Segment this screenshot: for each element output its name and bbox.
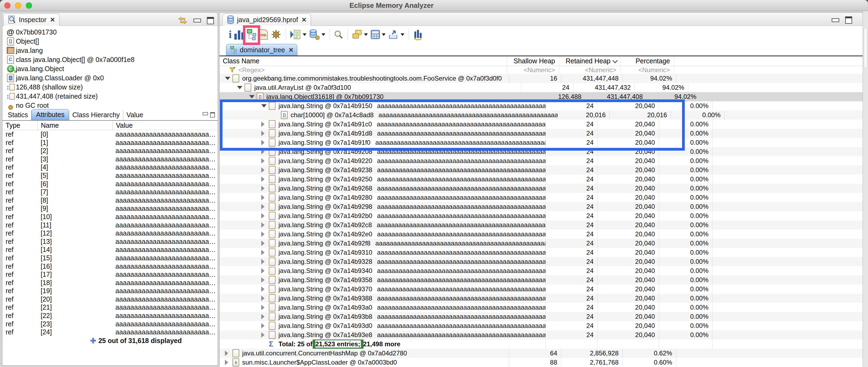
tree-expand-arrow-icon[interactable] xyxy=(261,222,269,228)
tree-expand-arrow-icon[interactable] xyxy=(261,158,269,164)
tree-row[interactable]: java.lang.String @ 0x7a14b9358 aaaaaaaaa… xyxy=(220,275,863,285)
inspector-list-item[interactable]: Cs java.lang.Object xyxy=(2,64,218,73)
tree-row[interactable]: java.lang.String @ 0x7a14b93b8 aaaaaaaaa… xyxy=(220,312,863,321)
minimize-editor-icon[interactable] xyxy=(832,18,839,22)
dropdown-caret-icon[interactable] xyxy=(321,33,325,36)
tree-row[interactable]: java.lang.String @ 0x7a14b9250 aaaaaaaaa… xyxy=(220,175,863,184)
tree-expand-arrow-icon[interactable] xyxy=(237,86,245,89)
tree-row[interactable]: java.lang.String @ 0x7a14b91d8 aaaaaaaaa… xyxy=(220,129,863,138)
column-header-shallow-heap[interactable]: Shallow Heap xyxy=(507,56,559,66)
tab-heap-dump[interactable]: java_pid29569.hprof × xyxy=(222,13,311,26)
tab-dominator-tree[interactable]: dominator_tree × xyxy=(226,44,297,56)
tree-expand-arrow-icon[interactable] xyxy=(261,176,269,182)
dropdown-caret-icon[interactable] xyxy=(401,33,404,36)
tree-row[interactable]: java.lang.String @ 0x7a14b9220 aaaaaaaaa… xyxy=(220,156,863,165)
tree-expand-arrow-icon[interactable] xyxy=(261,131,269,136)
tree-row[interactable]: java.lang.String @ 0x7a14b93e8 aaaaaaaaa… xyxy=(220,330,863,340)
attribute-row[interactable]: ref [17] aaaaaaaaaaaaaaaaaaaaaaaaaaaaaaa… xyxy=(2,270,218,279)
tree-expand-arrow-icon[interactable] xyxy=(261,140,269,145)
tree-expand-arrow-icon[interactable] xyxy=(261,167,269,173)
tree-row[interactable]: sun.misc.Launcher$AppClassLoader @ 0x7a0… xyxy=(220,358,863,367)
close-icon[interactable]: × xyxy=(50,16,55,24)
compare-heap-dump-button[interactable] xyxy=(413,27,423,41)
close-icon[interactable]: × xyxy=(302,16,307,24)
tree-row[interactable]: java.lang.String @ 0x7a14b9310 aaaaaaaaa… xyxy=(220,248,863,257)
tree-row[interactable]: java.lang.String @ 0x7a14b9340 aaaaaaaaa… xyxy=(220,266,863,275)
search-button[interactable] xyxy=(334,27,343,41)
tree-expand-arrow-icon[interactable] xyxy=(261,332,269,338)
inspector-list-item[interactable]: java.lang xyxy=(2,46,218,55)
attribute-row[interactable]: ref [2] aaaaaaaaaaaaaaaaaaaaaaaaaaaaaaaa… xyxy=(2,147,218,155)
tab-inspector[interactable]: Inspector × xyxy=(3,13,59,26)
maximize-view-icon[interactable] xyxy=(207,17,214,24)
attribute-row[interactable]: ref [15] aaaaaaaaaaaaaaaaaaaaaaaaaaaaaaa… xyxy=(2,254,218,262)
attribute-row[interactable]: ref [5] aaaaaaaaaaaaaaaaaaaaaaaaaaaaaaaa… xyxy=(2,171,218,180)
tree-expand-arrow-icon[interactable] xyxy=(261,149,269,154)
attribute-row[interactable]: ref [24] aaaaaaaaaaaaaaaaaaaaaaaaaaaaaaa… xyxy=(2,328,218,336)
tab-value[interactable]: Value xyxy=(123,110,146,120)
column-header-type[interactable]: Type xyxy=(2,121,37,130)
tree-expand-arrow-icon[interactable] xyxy=(261,204,269,209)
attribute-row[interactable]: ref [19] aaaaaaaaaaaaaaaaaaaaaaaaaaaaaaa… xyxy=(2,287,218,295)
tree-row[interactable]: java.util.ArrayList @ 0x7a0f3d100 24 431… xyxy=(220,83,863,92)
dropdown-caret-icon[interactable] xyxy=(382,33,385,36)
tree-row[interactable]: java.lang.String @ 0x7a14b91c0 aaaaaaaaa… xyxy=(220,120,863,129)
tree-expand-arrow-icon[interactable] xyxy=(261,314,269,319)
tree-row[interactable]: java.lang.String @ 0x7a14b9208 aaaaaaaaa… xyxy=(220,147,863,156)
tree-expand-arrow-icon[interactable] xyxy=(225,77,232,80)
zoom-window-button[interactable] xyxy=(26,2,32,9)
filter-retained-field[interactable]: <Numeric> xyxy=(559,66,620,74)
minimize-small-icon[interactable] xyxy=(203,112,208,115)
tree-expand-arrow-icon[interactable] xyxy=(261,323,269,329)
tree-row[interactable]: java.lang.String @ 0x7a14b92e0 aaaaaaaaa… xyxy=(220,230,863,239)
tab-class-hierarchy[interactable]: Class Hierarchy xyxy=(69,110,123,120)
attribute-row[interactable]: ref [14] aaaaaaaaaaaaaaaaaaaaaaaaaaaaaaa… xyxy=(2,246,218,254)
tree-row[interactable]: char[10000] @ 0x7a14c8ad8 aaaaaaaaaaaaaa… xyxy=(220,111,863,120)
column-header-percentage[interactable]: Percentage xyxy=(620,56,674,66)
maximize-editor-icon[interactable] xyxy=(845,17,852,24)
tree-expand-arrow-icon[interactable] xyxy=(261,213,269,219)
inspector-list-item[interactable]: ↕ 126,488 (shallow size) xyxy=(2,82,218,92)
tree-row[interactable]: java.lang.String @ 0x7a14b93d0 aaaaaaaaa… xyxy=(220,321,863,330)
inspector-list-item[interactable]: 0x7bb091730 xyxy=(2,27,218,37)
column-header-class-name[interactable]: Class Name xyxy=(220,56,507,66)
tree-expand-arrow-icon[interactable] xyxy=(261,277,269,283)
dropdown-caret-icon[interactable] xyxy=(364,33,368,36)
attribute-row[interactable]: ref [12] aaaaaaaaaaaaaaaaaaaaaaaaaaaaaaa… xyxy=(2,229,218,237)
tree-row[interactable]: java.lang.Object[31618] @ 0x7bb091730 12… xyxy=(220,92,863,101)
attribute-row[interactable]: ref [7] aaaaaaaaaaaaaaaaaaaaaaaaaaaaaaaa… xyxy=(2,188,218,196)
column-header-retained-heap[interactable]: Retained Heap xyxy=(559,56,620,66)
close-window-button[interactable] xyxy=(4,2,10,9)
attribute-row[interactable]: ref [3] aaaaaaaaaaaaaaaaaaaaaaaaaaaaaaaa… xyxy=(2,155,218,163)
tree-expand-arrow-icon[interactable] xyxy=(261,250,269,255)
attribute-row[interactable]: ref [23] aaaaaaaaaaaaaaaaaaaaaaaaaaaaaaa… xyxy=(2,320,218,328)
tree-expand-arrow-icon[interactable] xyxy=(261,259,269,264)
attribute-row[interactable]: ref [22] aaaaaaaaaaaaaaaaaaaaaaaaaaaaaaa… xyxy=(2,311,218,320)
tree-row[interactable]: Total: 25 of 21,523 entries; 21,498 more xyxy=(220,340,863,349)
oql-button[interactable]: OQL xyxy=(259,27,268,41)
attribute-row[interactable]: ref [16] aaaaaaaaaaaaaaaaaaaaaaaaaaaaaaa… xyxy=(2,262,218,271)
tree-expand-arrow-icon[interactable] xyxy=(261,104,269,108)
attribute-row[interactable]: ref [13] aaaaaaaaaaaaaaaaaaaaaaaaaaaaaaa… xyxy=(2,237,218,246)
inspector-list-item[interactable]: ↕ 431,447,408 (retained size) xyxy=(2,92,218,101)
close-icon[interactable]: × xyxy=(289,46,293,54)
dropdown-caret-icon[interactable] xyxy=(303,33,307,36)
tree-row[interactable]: java.lang.String @ 0x7a14b93a0 aaaaaaaaa… xyxy=(220,303,863,312)
column-header-name[interactable]: Name xyxy=(37,121,113,130)
tree-expand-arrow-icon[interactable] xyxy=(249,95,257,98)
tree-expand-arrow-icon[interactable] xyxy=(261,121,269,127)
attribute-row[interactable]: ref [9] aaaaaaaaaaaaaaaaaaaaaaaaaaaaaaaa… xyxy=(2,204,218,213)
tree-row[interactable]: java.lang.String @ 0x7a14b9150 aaaaaaaaa… xyxy=(220,101,863,111)
attribute-row[interactable]: ref [20] aaaaaaaaaaaaaaaaaaaaaaaaaaaaaaa… xyxy=(2,295,218,303)
export-button[interactable] xyxy=(388,27,404,41)
attribute-row[interactable]: ref [11] aaaaaaaaaaaaaaaaaaaaaaaaaaaaaaa… xyxy=(2,221,218,229)
inspector-list-item[interactable]: java.lang.ClassLoader @ 0x0 xyxy=(2,73,218,82)
heap-dump-actions-button[interactable] xyxy=(309,27,325,41)
inspector-list-item[interactable]: Object[] xyxy=(2,37,218,46)
attribute-row[interactable]: ref [21] aaaaaaaaaaaaaaaaaaaaaaaaaaaaaaa… xyxy=(2,303,218,311)
attribute-row[interactable]: ref [4] aaaaaaaaaaaaaaaaaaaaaaaaaaaaaaaa… xyxy=(2,163,218,171)
attribute-row[interactable]: ref [1] aaaaaaaaaaaaaaaaaaaaaaaaaaaaaaaa… xyxy=(2,139,218,147)
tree-expand-arrow-icon[interactable] xyxy=(261,186,269,191)
tree-row[interactable]: java.lang.String @ 0x7a14b91f0 aaaaaaaaa… xyxy=(220,138,863,147)
attribute-row[interactable]: ref [0] aaaaaaaaaaaaaaaaaaaaaaaaaaaaaaaa… xyxy=(2,130,218,139)
